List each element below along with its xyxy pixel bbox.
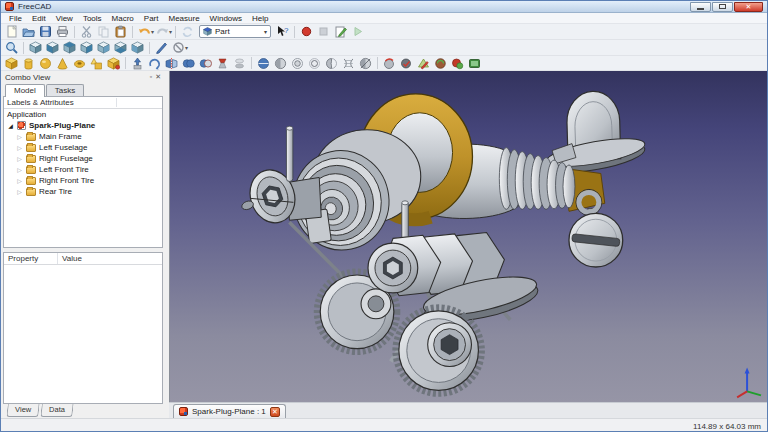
tree-item-right-fuselage[interactable]: ▷ Right Fuselage — [4, 153, 162, 164]
part-revolve-icon[interactable] — [146, 56, 163, 70]
part-export-view-icon[interactable] — [466, 56, 483, 70]
tab-data[interactable]: Data — [40, 404, 73, 417]
view-left-icon[interactable] — [129, 41, 146, 55]
redo-icon[interactable] — [154, 25, 171, 39]
part-mirror-icon[interactable] — [163, 56, 180, 70]
close-button[interactable]: ✕ — [734, 2, 763, 12]
collapsed-arrow-icon: ▷ — [16, 177, 23, 184]
panel-close-icon[interactable]: ✕ — [155, 73, 161, 81]
redo-dropdown-icon[interactable]: ▾ — [169, 28, 172, 35]
tree-root-application[interactable]: Application — [4, 109, 162, 120]
menu-measure[interactable]: Measure — [163, 14, 204, 23]
tree-item-main-frame[interactable]: ▷ Main Frame — [4, 131, 162, 142]
part-extrude-icon[interactable] — [129, 56, 146, 70]
panel-float-icon[interactable]: ▫ — [150, 73, 152, 81]
view-bottom-icon[interactable] — [112, 41, 129, 55]
value-column-header[interactable]: Value — [58, 253, 82, 264]
whats-this-icon[interactable]: ? — [274, 25, 291, 39]
print-icon[interactable] — [54, 25, 71, 39]
part-section-icon[interactable] — [272, 56, 289, 70]
group-folder-icon — [26, 166, 36, 174]
tab-model[interactable]: Model — [5, 84, 45, 97]
document-tab[interactable]: Spark-Plug-Plane : 1 ✕ — [173, 404, 286, 418]
new-file-icon[interactable] — [3, 25, 20, 39]
macro-edit-icon[interactable] — [332, 25, 349, 39]
freecad-document-tab-icon — [179, 407, 188, 416]
part-primitives-icon[interactable] — [88, 56, 105, 70]
part-box-icon[interactable] — [3, 56, 20, 70]
part-thickness-icon[interactable] — [323, 56, 340, 70]
part-ruled-surface-icon[interactable] — [340, 56, 357, 70]
maximize-button[interactable] — [712, 2, 733, 12]
part-boolean-union-icon[interactable] — [180, 56, 197, 70]
part-torus-icon[interactable] — [71, 56, 88, 70]
view-front-icon[interactable] — [44, 41, 61, 55]
tree-item-right-front-tire[interactable]: ▷ Right Front Tire — [4, 175, 162, 186]
tree-header-label[interactable]: Labels & Attributes — [7, 98, 74, 107]
measure-dropdown-icon[interactable]: ▾ — [185, 44, 188, 51]
combo-view-title: Combo View — [5, 73, 50, 82]
macro-play-icon[interactable] — [349, 25, 366, 39]
tree-document-row[interactable]: ◢ Spark-Plug-Plane — [4, 120, 162, 131]
tab-view[interactable]: View — [6, 404, 39, 417]
menu-help[interactable]: Help — [247, 14, 273, 23]
tab-close-icon[interactable]: ✕ — [270, 407, 280, 417]
menu-bar: File Edit View Tools Macro Part Measure … — [1, 13, 767, 24]
tree-item-left-fuselage[interactable]: ▷ Left Fuselage — [4, 142, 162, 153]
part-sphere-icon[interactable] — [37, 56, 54, 70]
property-column-header[interactable]: Property — [4, 253, 58, 264]
spark-plug-plane-model[interactable] — [170, 71, 767, 400]
right-front-tire — [396, 308, 482, 394]
copy-icon[interactable] — [95, 25, 112, 39]
workbench-selector[interactable]: Part ▾ — [199, 25, 271, 38]
part-simple-copy-icon[interactable] — [449, 56, 466, 70]
part-shape-builder-icon[interactable] — [105, 56, 122, 70]
part-loft-icon[interactable] — [214, 56, 231, 70]
view-top-icon[interactable] — [61, 41, 78, 55]
part-reverse-shape-icon[interactable] — [432, 56, 449, 70]
measure-linear-icon[interactable] — [153, 41, 170, 55]
menu-windows[interactable]: Windows — [205, 14, 247, 23]
fit-all-icon[interactable] — [3, 41, 20, 55]
part-compound-icon[interactable] — [231, 56, 248, 70]
part-check-geometry-icon[interactable] — [398, 56, 415, 70]
refresh-icon[interactable] — [179, 25, 196, 39]
part-cross-sections-icon[interactable] — [255, 56, 272, 70]
svg-text:?: ? — [284, 26, 289, 35]
combo-view-panel: Combo View ▫ ✕ Model Tasks Labels & Attr… — [1, 71, 169, 418]
toolbar-part — [1, 56, 767, 71]
tree-item-left-front-tire[interactable]: ▷ Left Front Tire — [4, 164, 162, 175]
part-offset-3d-icon[interactable] — [289, 56, 306, 70]
part-sweep-icon[interactable] — [357, 56, 374, 70]
collapsed-arrow-icon: ▷ — [16, 155, 23, 162]
cut-icon[interactable] — [78, 25, 95, 39]
menu-file[interactable]: File — [4, 14, 27, 23]
view-axonometric-icon[interactable] — [27, 41, 44, 55]
macro-record-icon[interactable] — [298, 25, 315, 39]
tree-item-rear-tire[interactable]: ▷ Rear Tire — [4, 186, 162, 197]
part-cone-icon[interactable] — [54, 56, 71, 70]
window-titlebar: FreeCAD ✕ — [1, 1, 767, 13]
tab-tasks[interactable]: Tasks — [46, 84, 84, 96]
menu-part[interactable]: Part — [139, 14, 164, 23]
save-file-icon[interactable] — [37, 25, 54, 39]
paste-icon[interactable] — [112, 25, 129, 39]
toolbar-standard: ▾ ▾ Part ▾ ? — [1, 24, 767, 40]
part-cylinder-icon[interactable] — [20, 56, 37, 70]
part-defeaturing-icon[interactable] — [381, 56, 398, 70]
menu-tools[interactable]: Tools — [78, 14, 107, 23]
3d-viewport[interactable] — [169, 71, 767, 402]
menu-view[interactable]: View — [51, 14, 78, 23]
view-right-icon[interactable] — [78, 41, 95, 55]
menu-edit[interactable]: Edit — [27, 14, 51, 23]
part-offset-2d-icon[interactable] — [306, 56, 323, 70]
open-file-icon[interactable] — [20, 25, 37, 39]
minimize-button[interactable] — [690, 2, 711, 12]
part-boolean-cut-icon[interactable] — [197, 56, 214, 70]
group-folder-icon — [26, 155, 36, 163]
status-bar: 114.89 x 64.03 mm — [1, 418, 767, 432]
menu-macro[interactable]: Macro — [107, 14, 139, 23]
part-refine-shape-icon[interactable] — [415, 56, 432, 70]
macro-stop-icon[interactable] — [315, 25, 332, 39]
view-rear-icon[interactable] — [95, 41, 112, 55]
